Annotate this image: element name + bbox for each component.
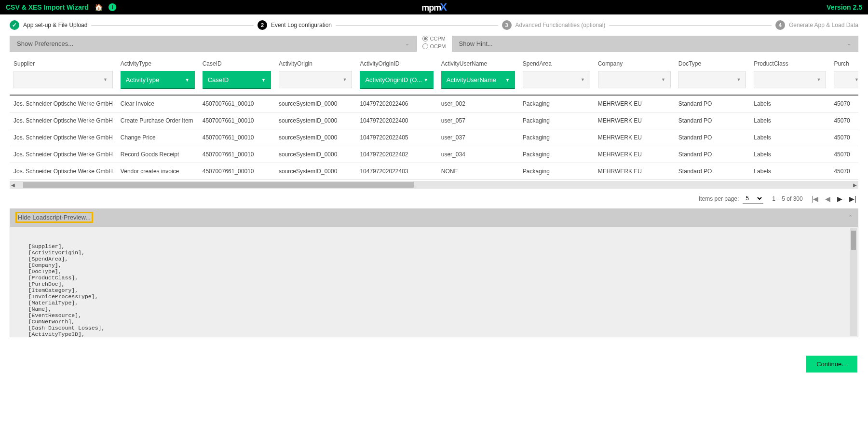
table-cell: Standard PO xyxy=(675,112,750,129)
app-title: CSV & XES Import Wizard xyxy=(6,3,89,11)
table-cell: Standard PO xyxy=(675,146,750,163)
first-page-icon[interactable]: |◀ xyxy=(812,195,819,203)
step-4[interactable]: 4 Generate App & Load Data xyxy=(775,20,858,30)
check-icon: ✓ xyxy=(10,20,19,30)
pm-mode-radio-group: CCPM OCPM xyxy=(422,36,446,49)
column-header: SpendArea▼ xyxy=(519,57,594,95)
table-cell: Vendor creates invoice xyxy=(117,163,199,180)
scroll-left-icon[interactable]: ◀ xyxy=(10,182,16,188)
table-cell: 104797202022405 xyxy=(356,129,437,146)
table-row: Jos. Schneider Optische Werke GmbHVendor… xyxy=(10,163,858,180)
table-cell: 4507007661_00010 xyxy=(199,163,275,180)
column-mapping-select[interactable]: ActivityUserName▼ xyxy=(441,71,515,89)
table-cell: Jos. Schneider Optische Werke GmbH xyxy=(10,146,117,163)
column-name: ActivityUserName xyxy=(441,60,515,67)
table-cell: Packaging xyxy=(519,146,594,163)
vertical-scrollbar[interactable] xyxy=(850,228,857,336)
footer: Continue... xyxy=(0,342,868,379)
continue-button[interactable]: Continue... xyxy=(806,356,857,373)
topbar: CSV & XES Import Wizard 🏠 i mpmX Version… xyxy=(0,0,868,14)
pager: Items per page: 5 1 – 5 of 300 |◀ ◀ ▶ ▶| xyxy=(0,189,868,206)
step-divider xyxy=(91,25,254,26)
next-page-icon[interactable]: ▶ xyxy=(837,195,842,203)
table-cell: Labels xyxy=(750,112,830,129)
home-icon[interactable]: 🏠 xyxy=(95,3,103,11)
table-cell: Clear Invoice xyxy=(117,95,199,112)
table-cell: 45070 xyxy=(830,112,858,129)
table-cell: Standard PO xyxy=(675,129,750,146)
chevron-down-icon: ▼ xyxy=(261,78,266,83)
column-header: Company▼ xyxy=(594,57,675,95)
table-cell: Labels xyxy=(750,95,830,112)
radio-ccpm[interactable]: CCPM xyxy=(422,36,446,41)
scrollbar-thumb[interactable] xyxy=(851,231,856,250)
step-divider xyxy=(609,25,772,26)
step-2[interactable]: 2 Event Log configuration xyxy=(258,20,332,30)
table-cell: NONE xyxy=(437,163,519,180)
table-cell: user_002 xyxy=(437,95,519,112)
loadscript-toggle-button[interactable]: Hide Loadscript-Preview... ⌃ xyxy=(10,208,858,226)
logo: mpmX xyxy=(421,1,447,14)
table-cell: Jos. Schneider Optische Werke GmbH xyxy=(10,112,117,129)
scroll-right-icon[interactable]: ▶ xyxy=(852,182,858,188)
column-mapping-select[interactable]: ▼ xyxy=(678,71,746,88)
column-header: ActivityUserNameActivityUserName▼ xyxy=(437,57,519,95)
column-name: SpendArea xyxy=(523,60,590,67)
column-name: Supplier xyxy=(14,60,113,67)
table-cell: 45070 xyxy=(830,129,858,146)
horizontal-scrollbar[interactable]: ◀ ▶ xyxy=(10,181,858,189)
column-mapping-select[interactable]: CaseID▼ xyxy=(203,71,271,89)
column-mapping-select[interactable]: ▼ xyxy=(598,71,671,88)
prev-page-icon[interactable]: ◀ xyxy=(825,195,830,203)
table-cell: MEHRWERK EU xyxy=(594,112,675,129)
chevron-down-icon: ▼ xyxy=(424,78,428,83)
column-mapping-select[interactable]: ▼ xyxy=(14,71,113,88)
column-mapping-select[interactable]: ▼ xyxy=(523,71,590,88)
step-1[interactable]: ✓ App set-up & File Upload xyxy=(10,20,87,30)
table-cell: Packaging xyxy=(519,129,594,146)
column-mapping-select[interactable]: ActivityType▼ xyxy=(121,71,195,89)
table-cell: user_037 xyxy=(437,129,519,146)
loadscript-panel: Hide Loadscript-Preview... ⌃ [Supplier],… xyxy=(10,208,858,337)
show-preferences-button[interactable]: Show Preferences... ⌄ xyxy=(10,36,417,52)
table-cell: 45070 xyxy=(830,163,858,180)
column-mapping-select[interactable]: ActivityOriginID (O...▼ xyxy=(360,71,433,89)
chevron-down-icon: ⌄ xyxy=(405,41,409,47)
table-cell: 104797202022406 xyxy=(356,95,437,112)
table-cell: Labels xyxy=(750,146,830,163)
column-mapping-select[interactable]: ▼ xyxy=(834,71,858,88)
column-name: DocType xyxy=(678,60,746,67)
column-mapping-select[interactable]: ▼ xyxy=(279,71,352,88)
info-icon[interactable]: i xyxy=(108,3,116,11)
table-cell: sourceSystemID_0000 xyxy=(275,129,356,146)
column-header: ActivityTypeActivityType▼ xyxy=(117,57,199,95)
table-cell: 4507007661_00010 xyxy=(199,129,275,146)
column-mapping-select[interactable]: ▼ xyxy=(754,71,826,88)
table-scroll[interactable]: Supplier▼ActivityTypeActivityType▼CaseID… xyxy=(10,57,858,180)
last-page-icon[interactable]: ▶| xyxy=(849,195,856,203)
chevron-down-icon: ▼ xyxy=(185,78,190,83)
table-cell: Standard PO xyxy=(675,95,750,112)
items-per-page-select[interactable]: 5 xyxy=(743,193,763,204)
show-hint-button[interactable]: Show Hint... ⌄ xyxy=(452,36,859,52)
column-name: Purch xyxy=(834,60,858,67)
loadscript-preview[interactable]: [Supplier], [ActivityOrigin], [SpendArea… xyxy=(10,226,858,337)
table-cell: Change Price xyxy=(117,129,199,146)
chevron-down-icon: ▼ xyxy=(661,77,665,82)
prefs-row: Show Preferences... ⌄ CCPM OCPM Show Hin… xyxy=(0,36,868,57)
step-3[interactable]: 3 Advanced Functionalities (optional) xyxy=(502,20,606,30)
chevron-down-icon: ▼ xyxy=(103,77,108,82)
column-header: ActivityOriginIDActivityOriginID (O...▼ xyxy=(356,57,437,95)
table-cell: Create Purchase Order Item xyxy=(117,112,199,129)
table-cell: 4507007661_00010 xyxy=(199,95,275,112)
chevron-down-icon: ⌄ xyxy=(847,41,851,47)
chevron-up-icon: ⌃ xyxy=(848,214,853,221)
radio-ocpm[interactable]: OCPM xyxy=(422,43,446,49)
table-cell: Jos. Schneider Optische Werke GmbH xyxy=(10,163,117,180)
table-cell: Record Goods Receipt xyxy=(117,146,199,163)
table-cell: 4507007661_00010 xyxy=(199,112,275,129)
table-cell: MEHRWERK EU xyxy=(594,129,675,146)
scrollbar-thumb[interactable] xyxy=(23,182,414,188)
column-name: CaseID xyxy=(203,60,271,67)
items-per-page-label: Items per page: xyxy=(699,195,739,202)
